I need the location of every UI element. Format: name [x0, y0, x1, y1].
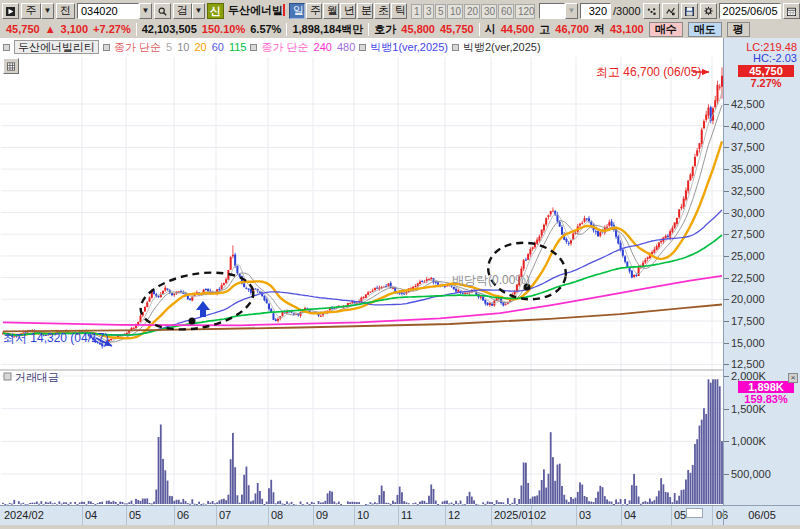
axis-resize-handle[interactable]	[686, 508, 703, 518]
volume-bar	[590, 502, 592, 504]
search-mode-arrow[interactable]: ▼	[192, 3, 205, 19]
interval-button-1[interactable]: 1	[411, 4, 422, 19]
search-icon[interactable]	[154, 3, 171, 19]
price-tick-dash	[724, 169, 729, 170]
period-button-일[interactable]: 일	[289, 3, 305, 19]
interval-button-30[interactable]: 30	[481, 4, 497, 19]
date-axis-separator	[354, 506, 355, 526]
buy-button[interactable]: 매수	[649, 22, 683, 37]
close-icon[interactable]: ×	[788, 373, 798, 383]
period-button-틱[interactable]: 틱	[391, 3, 407, 19]
candlestick	[584, 218, 586, 221]
period-button-월[interactable]: 월	[323, 3, 339, 19]
interval-button-60[interactable]: 60	[498, 4, 514, 19]
save-icon[interactable]	[681, 3, 698, 19]
bar-count-input[interactable]: 320	[580, 3, 611, 19]
volume-bar	[88, 501, 90, 504]
volume-bar	[261, 499, 263, 504]
period-button-초[interactable]: 초	[374, 3, 390, 19]
candlestick	[707, 108, 709, 116]
volume-bar	[561, 486, 563, 504]
candlestick	[667, 236, 669, 237]
window-icon[interactable]	[2, 3, 19, 19]
volume-bar	[333, 501, 335, 504]
volume-bar	[142, 499, 144, 504]
candlestick	[599, 232, 601, 235]
search-mode-button[interactable]: 검	[173, 3, 192, 19]
candlestick	[716, 85, 718, 101]
pattern-icon[interactable]	[643, 3, 660, 19]
candlestick	[514, 292, 516, 295]
chart-grid-icon[interactable]	[3, 58, 19, 74]
stock-code-input[interactable]: 034020	[77, 3, 139, 19]
volume-bar	[182, 499, 184, 504]
candlestick	[207, 289, 209, 291]
candlestick	[559, 222, 561, 227]
price-volume-chart[interactable]: 거래대금최고 46,700 (06/05)최저 14,320 (04/17)배당…	[0, 56, 723, 505]
price-tick-dash	[724, 213, 729, 214]
divider	[479, 23, 480, 36]
sell-button[interactable]: 매도	[688, 22, 722, 37]
interval-button-10[interactable]: 10	[447, 4, 463, 19]
volume-bar	[198, 502, 200, 504]
candlestick	[644, 260, 646, 263]
interval-button-3[interactable]: 3	[423, 4, 434, 19]
date-input[interactable]: 2025/06/05	[719, 3, 781, 19]
period-button-년[interactable]: 년	[340, 3, 356, 19]
volume-bar	[230, 459, 232, 504]
current-price-pct: 7.27%	[738, 77, 794, 89]
volume-bar	[633, 474, 635, 504]
volume-bar	[548, 474, 550, 504]
ma-period-label: 60	[212, 41, 224, 53]
candlestick	[489, 303, 491, 305]
empty-combo[interactable]	[539, 3, 565, 19]
volume-bar	[270, 480, 272, 504]
chart-type-combo[interactable]: 주	[21, 3, 41, 19]
high-price-annotation: 최고 46,700 (06/05)	[596, 65, 701, 79]
volume-bar	[500, 502, 502, 504]
volume-bar	[491, 502, 493, 504]
chart-type-combo-arrow[interactable]: ▼	[41, 3, 54, 19]
candlestick	[223, 283, 225, 285]
candlestick	[671, 228, 673, 232]
date-axis-separator	[712, 506, 713, 526]
volume-bar	[300, 501, 302, 504]
ma-period-label: 240	[314, 41, 332, 53]
price-tick-dash	[724, 256, 729, 257]
volume-bar	[534, 496, 536, 504]
volume-bar	[593, 502, 595, 504]
avg-button[interactable]: 평	[727, 22, 750, 37]
candlestick	[365, 295, 367, 298]
volume-bar	[586, 497, 588, 504]
jeon-button[interactable]: 전	[56, 3, 75, 19]
volume-bar	[383, 491, 385, 504]
interval-button-group: 13510203060120	[411, 4, 535, 19]
candlestick	[387, 284, 389, 286]
volume-bar	[29, 503, 31, 504]
date-axis-label: 07	[219, 509, 231, 521]
interval-button-120[interactable]: 120	[515, 4, 535, 19]
volume-bar	[502, 502, 504, 504]
ma-period-label: 5	[166, 41, 172, 53]
volume-bar	[155, 490, 157, 504]
period-button-주[interactable]: 주	[306, 3, 322, 19]
stock-code-combo-arrow[interactable]: ▼	[139, 3, 152, 19]
candlestick	[525, 260, 527, 261]
interval-button-5[interactable]: 5	[435, 4, 446, 19]
volume-bar	[381, 486, 383, 504]
period-button-분[interactable]: 분	[357, 3, 373, 19]
calendar-icon[interactable]	[783, 3, 800, 19]
volume-bar	[385, 503, 387, 504]
line-chart-icon[interactable]	[662, 3, 679, 19]
volume-bar	[83, 502, 85, 504]
open-label: 시	[485, 22, 496, 37]
settings-gear-icon[interactable]	[700, 3, 717, 19]
interval-button-20[interactable]: 20	[464, 4, 480, 19]
empty-combo-arrow[interactable]: ▼	[565, 3, 578, 19]
price-tick: 27,500	[731, 228, 765, 240]
volume-bar	[631, 485, 633, 504]
volume-bar	[658, 491, 660, 504]
candlestick	[505, 304, 507, 305]
volume-bar	[703, 408, 705, 504]
stock-name-field[interactable]: 두산에너빌	[226, 3, 287, 19]
